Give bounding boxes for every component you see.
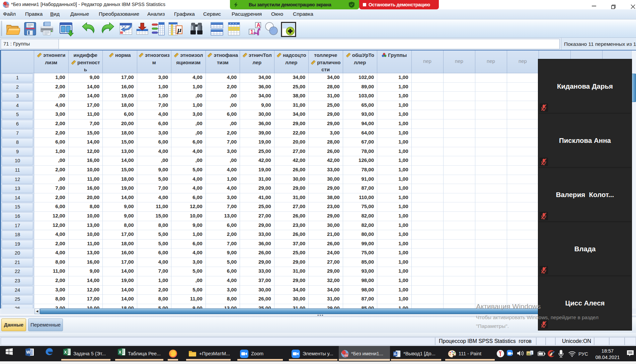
svg-text:W: W — [26, 350, 30, 355]
svg-text:A: A — [257, 22, 261, 28]
svg-text:i: i — [531, 351, 532, 355]
svg-text:X: X — [64, 350, 67, 355]
svg-text:μ: μ — [177, 25, 181, 34]
svg-text:X: X — [119, 350, 122, 355]
svg-text:1: 1 — [250, 29, 253, 35]
